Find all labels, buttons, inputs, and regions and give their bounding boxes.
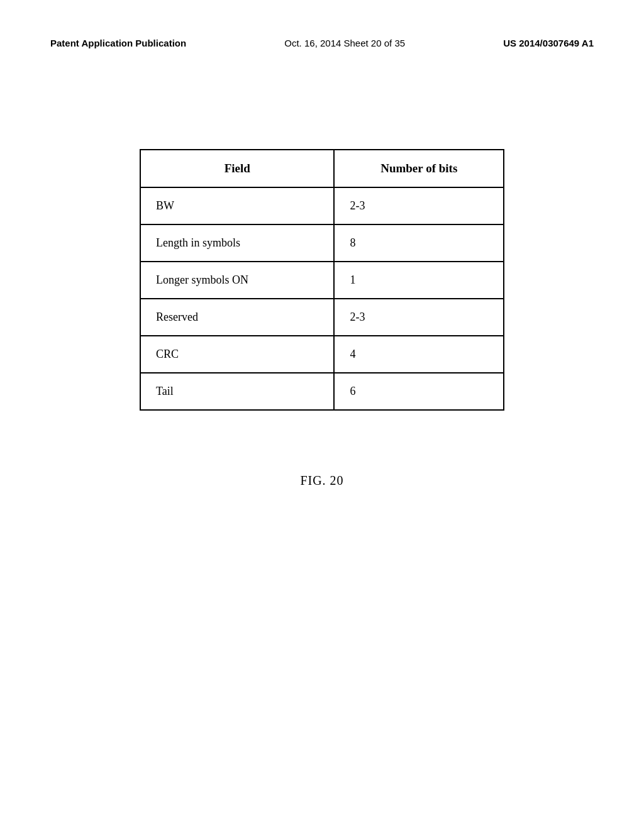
field-column-header: Field (140, 150, 334, 187)
publication-label: Patent Application Publication (50, 38, 186, 48)
bits-cell: 6 (334, 373, 504, 410)
figure-caption: FIG. 20 (300, 473, 343, 488)
sheet-info: Oct. 16, 2014 Sheet 20 of 35 (284, 38, 405, 48)
page-container: Patent Application Publication Oct. 16, … (0, 0, 644, 830)
field-cell: Longer symbols ON (140, 262, 334, 299)
bits-column-header: Number of bits (334, 150, 504, 187)
bits-cell: 4 (334, 336, 504, 373)
data-table: Field Number of bits BW2-3Length in symb… (140, 149, 504, 411)
field-cell: Reserved (140, 299, 334, 336)
page-header: Patent Application Publication Oct. 16, … (50, 38, 594, 48)
table-row: Reserved2-3 (140, 299, 504, 336)
table-header-row: Field Number of bits (140, 150, 504, 187)
table-row: Length in symbols8 (140, 224, 504, 262)
field-cell: CRC (140, 336, 334, 373)
bits-cell: 2-3 (334, 299, 504, 336)
field-cell: Length in symbols (140, 224, 334, 262)
table-row: Tail6 (140, 373, 504, 410)
table-row: Longer symbols ON1 (140, 262, 504, 299)
patent-number: US 2014/0307649 A1 (503, 38, 594, 48)
table-row: BW2-3 (140, 187, 504, 224)
bits-cell: 2-3 (334, 187, 504, 224)
main-content: Field Number of bits BW2-3Length in symb… (50, 149, 594, 488)
field-cell: BW (140, 187, 334, 224)
bits-cell: 1 (334, 262, 504, 299)
bits-cell: 8 (334, 224, 504, 262)
field-cell: Tail (140, 373, 334, 410)
table-row: CRC4 (140, 336, 504, 373)
